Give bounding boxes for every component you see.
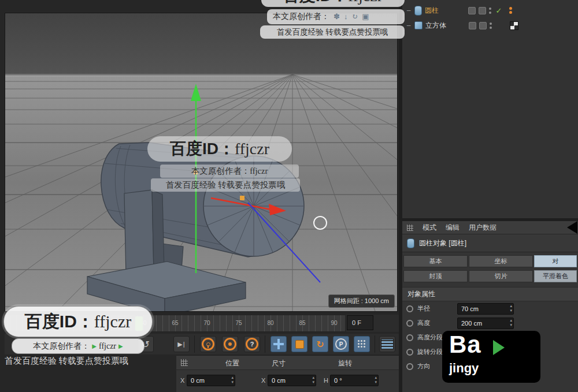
horizon-glow: [5, 74, 397, 77]
badge-text-bottom: jingy: [449, 361, 479, 376]
tab-phong[interactable]: 平滑着色: [534, 270, 577, 282]
dot-icon: [228, 342, 232, 346]
toolbar-separator: [375, 335, 375, 353]
watermark-bottom-footer: 首发百度经验 转载要点赞投票哦: [5, 353, 162, 368]
axis-label: X: [180, 377, 184, 384]
tick-label: 90: [331, 320, 337, 326]
cylinder-icon: [407, 238, 414, 248]
layer-chip[interactable]: [468, 7, 476, 14]
record-keyframe-button[interactable]: [200, 336, 216, 352]
menu-userdata[interactable]: 用户数据: [469, 223, 497, 233]
cylinder-icon: [414, 6, 422, 16]
position-key-button[interactable]: [271, 336, 287, 352]
move-cross-icon: [273, 339, 284, 349]
tick-label: 75: [235, 320, 242, 326]
dots-grid-icon: [358, 340, 366, 348]
height-input[interactable]: 200 cm ▴▾: [457, 318, 514, 329]
object-row-cylinder[interactable]: – 圆柱 ✓: [402, 3, 578, 18]
folder-icon: ▣: [362, 12, 369, 21]
stepper-icon[interactable]: ▴▾: [312, 375, 314, 384]
stepper-icon[interactable]: ▴▾: [231, 375, 234, 384]
visibility-dots[interactable]: [489, 8, 492, 14]
layer-chip[interactable]: [479, 7, 486, 14]
rotate-icon: ↻: [316, 339, 324, 350]
viewport-3d[interactable]: 网格间距 : 1000 cm: [5, 13, 398, 312]
cinema4d-window: 网格间距 : 1000 cm – 圆柱 ✓ – 立方体: [0, 0, 578, 392]
object-manager: – 圆柱 ✓ – 立方体: [402, 0, 578, 218]
pla-key-button[interactable]: [354, 336, 370, 352]
scene-canvas[interactable]: [5, 13, 397, 311]
texture-tag-icon[interactable]: [510, 21, 518, 30]
watermark-center-author: 本文原创作者：ffjczr: [160, 165, 299, 178]
tree-branch-icon: –: [406, 21, 412, 29]
object-name-cube[interactable]: 立方体: [425, 21, 466, 31]
tick-label: 70: [203, 320, 210, 326]
play-icon: ▶: [92, 343, 97, 349]
stepper-icon[interactable]: ▴▾: [375, 375, 377, 384]
keyframe-ring-icon[interactable]: [406, 334, 413, 341]
frame-counter[interactable]: 0 F: [347, 315, 373, 330]
tab-caps[interactable]: 封顶: [403, 270, 468, 282]
visibility-dots[interactable]: [490, 23, 492, 29]
coordinate-headers: 位置 尺寸 旋转: [176, 356, 399, 370]
size-x-input[interactable]: 0 cm ▴▾: [268, 375, 316, 386]
play-icon: ▶: [118, 343, 123, 349]
position-x-value: 0 cm: [191, 377, 205, 384]
timeline-layers-button[interactable]: [379, 336, 395, 352]
tab-row-2: 封顶 切片 平滑着色: [403, 270, 577, 282]
horizon-line: [5, 73, 397, 74]
tab-row-1: 基本 坐标 对: [403, 255, 577, 267]
tree-branch-icon: –: [406, 6, 412, 14]
keyframe-selection-button[interactable]: ?: [244, 336, 260, 352]
tab-object[interactable]: 对: [534, 255, 577, 267]
film-strip-icon: [381, 339, 394, 349]
header-position[interactable]: 位置: [225, 359, 239, 368]
keyframe-ring-icon[interactable]: [406, 363, 413, 370]
keyframe-ring-icon[interactable]: [406, 305, 413, 312]
scale-key-button[interactable]: [291, 336, 307, 352]
stepper-icon[interactable]: ▴▾: [510, 318, 512, 327]
rotation-h-input[interactable]: 0 ° ▴▾: [330, 375, 379, 386]
menu-mode[interactable]: 模式: [423, 223, 436, 233]
watermark-top-id: 百度ID：ffjczr: [261, 0, 405, 7]
tag-dots-icon[interactable]: [509, 7, 513, 14]
stepper-icon[interactable]: ▴▾: [510, 304, 512, 313]
tick-label: 80: [267, 320, 273, 326]
object-name-cylinder[interactable]: 圆柱: [425, 6, 465, 16]
gizmo-center-handle[interactable]: [240, 196, 244, 200]
download-icon: ↓: [344, 12, 348, 21]
header-rotation[interactable]: 旋转: [338, 359, 352, 368]
badge-arrow-icon: [493, 340, 505, 355]
enabled-check-icon[interactable]: ✓: [495, 6, 503, 15]
keyframe-ring-icon[interactable]: [406, 349, 413, 356]
radius-input[interactable]: 70 cm ▴▾: [457, 303, 514, 315]
collapse-arrow-icon[interactable]: [567, 221, 577, 234]
keyframe-ring-icon[interactable]: [406, 320, 413, 327]
attribute-menubar: 模式 编辑 用户数据: [402, 221, 578, 234]
tab-basic[interactable]: 基本: [403, 255, 468, 267]
refresh-icon: ↻: [351, 12, 358, 21]
menu-edit[interactable]: 编辑: [446, 223, 460, 233]
toolbar-separator: [265, 335, 265, 353]
section-object-properties: 对象属性: [402, 287, 578, 301]
tab-slice[interactable]: 切片: [469, 270, 533, 282]
header-size[interactable]: 尺寸: [272, 359, 286, 368]
goto-next-key-button[interactable]: ▶|: [173, 336, 190, 352]
rotation-key-button[interactable]: ↻: [312, 336, 328, 352]
parameter-key-button[interactable]: P: [333, 336, 349, 352]
watermark-bottom-author: 本文原创作者： ▶ ffjczr ▶: [12, 338, 144, 354]
scale-cube-icon: [295, 340, 304, 349]
grid-spacing-label: 网格间距 : 1000 cm: [328, 294, 395, 308]
autokey-button[interactable]: [222, 336, 238, 352]
watermark-top-author: 本文原创作者： ✽ ↓ ↻ ▣: [267, 9, 405, 24]
object-row-cube[interactable]: – 立方体: [402, 18, 578, 33]
watermark-center-id: 百度ID：ffjczr: [147, 136, 292, 162]
tab-coordinates[interactable]: 坐标: [469, 255, 533, 267]
layer-chip[interactable]: [479, 22, 487, 29]
height-value: 200 cm: [461, 320, 482, 327]
position-x-input[interactable]: 0 cm ▴▾: [187, 375, 235, 386]
object-header: 圆柱对象 [圆柱]: [402, 234, 578, 252]
size-x-value: 0 cm: [272, 377, 286, 384]
panel-grid-icon: [181, 359, 188, 366]
layer-chip[interactable]: [469, 22, 476, 29]
